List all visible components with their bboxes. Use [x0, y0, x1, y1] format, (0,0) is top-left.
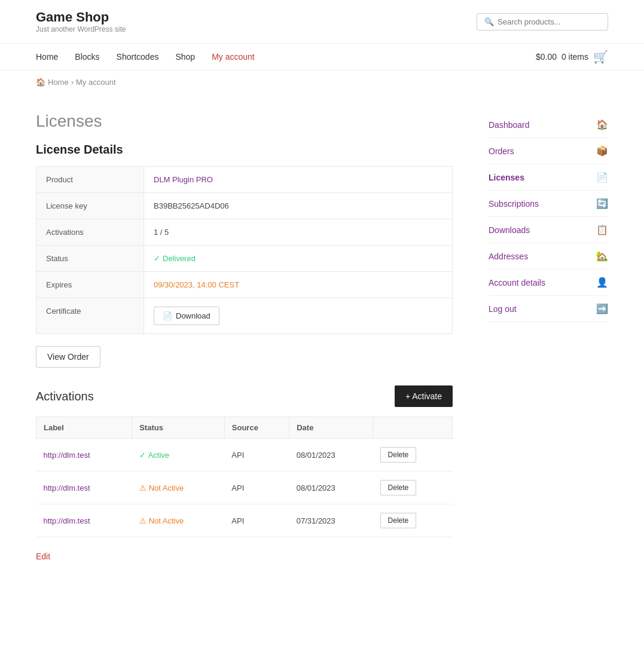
activation-source: API [224, 439, 289, 472]
activation-date: 08/01/2023 [289, 439, 373, 472]
breadcrumb: 🏠 Home › My account [0, 71, 644, 94]
status-badge: ⚠ Not Active [139, 516, 218, 525]
warning-icon: ⚠ [139, 516, 146, 525]
sidebar-item-downloads[interactable]: Downloads 📋 [489, 217, 608, 243]
activation-action[interactable]: Delete [373, 439, 453, 472]
sidebar: Dashboard 🏠 Orders 📦 Licenses 📄 Subscrip… [489, 112, 608, 561]
delete-button[interactable]: Delete [380, 447, 417, 463]
activation-action[interactable]: Delete [373, 504, 453, 537]
product-value: DLM Plugin PRO [144, 167, 453, 193]
sidebar-link[interactable]: Account details 👤 [489, 270, 608, 295]
site-header: Game Shop Just another WordPress site 🔍 [0, 0, 644, 44]
sidebar-label: Licenses [489, 173, 524, 182]
sidebar-icon: ➡️ [596, 303, 608, 314]
sidebar-item-licenses[interactable]: Licenses 📄 [489, 164, 608, 191]
site-tagline: Just another WordPress site [36, 25, 126, 33]
warning-icon: ⚠ [139, 483, 146, 492]
col-date: Date [289, 417, 373, 439]
nav-shop[interactable]: Shop [175, 44, 195, 70]
site-branding: Game Shop Just another WordPress site [36, 10, 126, 33]
cart-price: $0.00 0 items [536, 52, 588, 62]
nav-home[interactable]: Home [36, 44, 58, 70]
activation-date: 08/01/2023 [289, 472, 373, 504]
activation-status: ⚠ Not Active [132, 504, 225, 537]
sidebar-item-log-out[interactable]: Log out ➡️ [489, 296, 608, 322]
breadcrumb-current: My account [76, 78, 115, 87]
expires-row: Expires 09/30/2023, 14:00 CEST [36, 272, 453, 298]
sidebar-link[interactable]: Addresses 🏡 [489, 243, 608, 269]
breadcrumb-separator: › [71, 78, 74, 87]
sidebar-item-account-details[interactable]: Account details 👤 [489, 270, 608, 296]
license-details-table: Product DLM Plugin PRO License key B39BB… [36, 166, 453, 334]
sidebar-link[interactable]: Log out ➡️ [489, 296, 608, 322]
sidebar-item-dashboard[interactable]: Dashboard 🏠 [489, 112, 608, 138]
search-input[interactable] [498, 17, 600, 26]
sidebar-icon: 📋 [596, 224, 608, 235]
site-title: Game Shop [36, 10, 126, 25]
delete-button[interactable]: Delete [380, 513, 417, 528]
nav-blocks[interactable]: Blocks [75, 44, 99, 70]
nav-shortcodes[interactable]: Shortcodes [117, 44, 159, 70]
activation-source: API [224, 504, 289, 537]
product-link[interactable]: DLM Plugin PRO [154, 175, 213, 184]
table-row: http://dlm.test ⚠ Not Active API 07/31/2… [36, 504, 453, 537]
sidebar-icon: 📄 [596, 172, 608, 183]
breadcrumb-home-link[interactable]: Home [48, 78, 69, 87]
sidebar-label: Log out [489, 304, 517, 314]
sidebar-item-subscriptions[interactable]: Subscriptions 🔄 [489, 191, 608, 217]
certificate-row: Certificate 📄 Download [36, 298, 453, 334]
cart-area[interactable]: $0.00 0 items 🛒 [536, 50, 608, 64]
sidebar-link[interactable]: Downloads 📋 [489, 217, 608, 243]
edit-link[interactable]: Edit [36, 552, 50, 561]
product-label: Product [36, 167, 144, 193]
site-nav: Home Blocks Shortcodes Shop My account $… [0, 44, 644, 71]
col-status: Status [132, 417, 225, 439]
sidebar-link[interactable]: Licenses 📄 [489, 164, 608, 190]
nav-my-account[interactable]: My account [212, 44, 255, 70]
view-order-button[interactable]: View Order [36, 346, 100, 368]
sidebar-item-addresses[interactable]: Addresses 🏡 [489, 243, 608, 270]
activation-action[interactable]: Delete [373, 472, 453, 504]
sidebar-link[interactable]: Dashboard 🏠 [489, 112, 608, 137]
activation-label: http://dlm.test [36, 439, 132, 472]
content-area: Licenses License Details Product DLM Plu… [36, 112, 453, 561]
download-icon: 📄 [163, 311, 172, 320]
activation-status: ✓ Active [132, 439, 225, 472]
col-source: Source [224, 417, 289, 439]
activate-button[interactable]: + Activate [395, 385, 453, 407]
license-key-row: License key B39BB25625AD4D06 [36, 193, 453, 219]
search-bar[interactable]: 🔍 [477, 13, 608, 30]
sidebar-label: Dashboard [489, 120, 530, 130]
nav-links: Home Blocks Shortcodes Shop My account [36, 44, 255, 70]
table-row: http://dlm.test ⚠ Not Active API 08/01/2… [36, 472, 453, 504]
sidebar-icon: 📦 [596, 145, 608, 157]
sidebar-menu: Dashboard 🏠 Orders 📦 Licenses 📄 Subscrip… [489, 112, 608, 322]
sidebar-icon: 🔄 [596, 198, 608, 209]
activations-header: Activations + Activate [36, 385, 453, 407]
status-delivered: ✓ Delivered [154, 254, 442, 263]
activation-source: API [224, 472, 289, 504]
download-label: Download [176, 311, 210, 320]
status-value: ✓ Delivered [144, 246, 453, 272]
license-key-label: License key [36, 193, 144, 219]
activations-header-row: Label Status Source Date [36, 417, 453, 439]
sidebar-item-orders[interactable]: Orders 📦 [489, 138, 608, 164]
expires-value: 09/30/2023, 14:00 CEST [144, 272, 453, 298]
activations-title: Activations [36, 390, 94, 403]
activation-date: 07/31/2023 [289, 504, 373, 537]
sidebar-link[interactable]: Subscriptions 🔄 [489, 191, 608, 216]
delete-button[interactable]: Delete [380, 480, 417, 495]
download-button[interactable]: 📄 Download [154, 307, 219, 325]
check-icon: ✓ [154, 254, 160, 263]
sidebar-icon: 👤 [596, 277, 608, 288]
expires-label: Expires [36, 272, 144, 298]
sidebar-icon: 🏡 [596, 250, 608, 262]
status-label: Status [36, 246, 144, 272]
sidebar-link[interactable]: Orders 📦 [489, 138, 608, 164]
status-row: Status ✓ Delivered [36, 246, 453, 272]
col-action [373, 417, 453, 439]
product-row: Product DLM Plugin PRO [36, 167, 453, 193]
license-key-value: B39BB25625AD4D06 [144, 193, 453, 219]
col-label: Label [36, 417, 132, 439]
main-content: Licenses License Details Product DLM Plu… [0, 94, 644, 579]
